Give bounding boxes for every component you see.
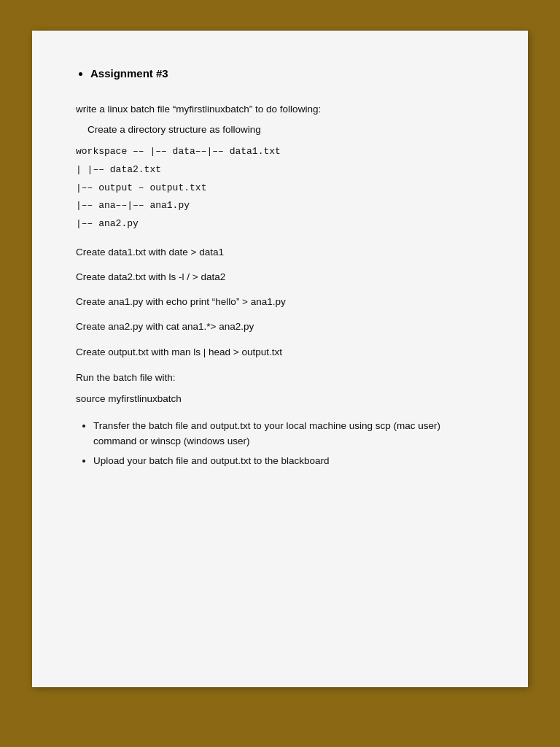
bullet-2: Upload your batch file and output.txt to…: [93, 454, 484, 469]
dir-line-3: |–– output – output.txt: [76, 179, 484, 198]
assignment-title: Assignment #3: [90, 67, 484, 80]
intro-line-2: Create a directory structure as followin…: [76, 122, 484, 138]
run-label: Run the batch file with:: [76, 370, 484, 386]
run-command: source myfirstlinuxbatch: [76, 391, 484, 407]
dir-line-5: |–– ana2.py: [76, 215, 484, 233]
bullets-block: Transfer the batch file and output.txt t…: [76, 419, 484, 469]
bullet-1: Transfer the batch file and output.txt t…: [93, 419, 484, 449]
dir-line-2: | |–– data2.txt: [76, 161, 484, 179]
run-block: Run the batch file with: source myfirstl…: [76, 370, 484, 407]
directory-structure: workspace –– |–– data––|–– data1.txt | |…: [76, 143, 484, 233]
command-4: Create ana2.py with cat ana1.*> ana2.py: [76, 320, 484, 334]
command-2: Create data2.txt with ls -l / > data2: [76, 270, 484, 285]
command-3: Create ana1.py with echo print “hello” >…: [76, 295, 484, 309]
intro-line-1: write a linux batch file “myfirstlinuxba…: [76, 101, 484, 117]
assignment-title-list: Assignment #3: [90, 67, 484, 80]
paper: Assignment #3 write a linux batch file “…: [32, 31, 528, 687]
content-section: write a linux batch file “myfirstlinuxba…: [76, 101, 484, 469]
commands-block: Create data1.txt with date > data1 Creat…: [76, 245, 484, 360]
command-1: Create data1.txt with date > data1: [76, 245, 484, 260]
command-5: Create output.txt with man ls | head > o…: [76, 345, 484, 360]
dir-line-4: |–– ana––|–– ana1.py: [76, 197, 484, 215]
dir-line-1: workspace –– |–– data––|–– data1.txt: [76, 143, 484, 161]
